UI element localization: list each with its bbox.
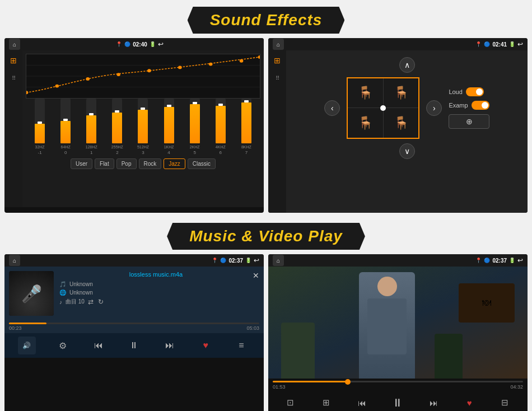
video-prev-button[interactable]: ⏮ — [354, 395, 370, 410]
music-time: 02:37 — [228, 258, 243, 264]
nav-left-button[interactable]: ‹ — [324, 100, 340, 116]
nav-right-button[interactable]: › — [426, 100, 442, 116]
seat-row-top: 🪑 🪑 — [348, 78, 418, 108]
music-title: lossless music.m4a — [59, 271, 253, 278]
eq-status-left: ⌂ — [9, 39, 20, 50]
eq-settings-icon[interactable]: ⊞ — [10, 56, 17, 65]
svg-point-10 — [240, 59, 244, 63]
home-button-2[interactable]: ⌂ — [273, 39, 284, 50]
seat-rear-right: 🪑 — [384, 108, 419, 138]
music-note-icon: ♪ — [59, 299, 62, 305]
preset-rock[interactable]: Rock — [139, 158, 162, 169]
music-video-title: Music & Video Play — [167, 223, 365, 250]
back-icon-4[interactable]: ↩ — [517, 256, 523, 264]
svg-point-3 — [26, 91, 28, 94]
repeat-icon[interactable]: ↻ — [98, 298, 104, 306]
pause-button[interactable]: ⏸ — [125, 337, 143, 354]
sound-pos-dots-icon[interactable]: ⠿ — [276, 75, 279, 81]
music-progress: 00:23 05:03 — [4, 320, 264, 333]
loud-toggle[interactable] — [466, 87, 484, 96]
sound-position-dot — [380, 105, 386, 111]
home-button-3[interactable]: ⌂ — [9, 255, 20, 266]
progress-track[interactable] — [9, 323, 259, 324]
preset-user[interactable]: User — [71, 158, 92, 169]
bg-person-2 — [435, 334, 463, 379]
eq-sidebar: ⊞ ⠿ — [4, 50, 22, 207]
back-icon-2[interactable]: ↩ — [517, 40, 523, 48]
examp-toggle[interactable] — [472, 101, 489, 110]
artist-value: Unknown — [69, 281, 93, 287]
eq-status-center: 📍 🔵 02:40 🔋 ↩ — [116, 40, 164, 48]
video-progress-dot — [345, 379, 351, 385]
crosshair-button[interactable]: ⊕ — [449, 114, 489, 129]
eq-time: 02:40 — [133, 41, 147, 48]
nav-down-button[interactable]: ∨ — [399, 143, 415, 159]
video-menu-button[interactable]: ⊟ — [497, 395, 513, 410]
person-head — [377, 277, 397, 296]
person-body — [367, 298, 407, 354]
artist-row: 🎵 Unknown — [59, 281, 259, 287]
equalizer-button[interactable]: ⚙ — [54, 337, 72, 354]
sound-pos-body: ⊞ ⠿ ∧ ‹ 🪑 — [268, 50, 528, 213]
video-time: 02:37 — [492, 258, 507, 264]
video-pause-button[interactable]: ⏸ — [390, 395, 405, 410]
nav-up-button[interactable]: ∧ — [399, 57, 415, 73]
preset-classic[interactable]: Classic — [188, 158, 216, 169]
next-button[interactable]: ⏭ — [161, 337, 179, 354]
eq-panel: ⌂ 📍 🔵 02:40 🔋 ↩ ⊞ ⠿ — [4, 38, 264, 213]
shuffle-icon[interactable]: ⇄ — [88, 298, 94, 306]
svg-point-6 — [116, 73, 120, 76]
volume-button[interactable]: 🔊 — [18, 337, 36, 354]
video-subtitle-button[interactable]: ⊞ — [319, 395, 334, 410]
preset-pop[interactable]: Pop — [116, 158, 137, 169]
sound-effects-title: Sound Effects — [188, 7, 345, 34]
preset-flat[interactable]: Flat — [95, 158, 114, 169]
eq-body: ⊞ ⠿ — [4, 50, 264, 207]
eq-bar-512hz: 512HZ 3 — [135, 99, 151, 155]
svg-point-11 — [258, 55, 260, 59]
sound-pos-status-bar: ⌂ 📍 🔵 02:41 🔋 ↩ — [268, 38, 528, 50]
music-meta: 🎵 Unknown 🌐 Unknown ♪ 曲目 10 ⇄ — [59, 281, 259, 306]
back-icon-3[interactable]: ↩ — [254, 256, 259, 264]
total-time: 05:03 — [246, 325, 259, 331]
eq-bar-1khz: 1KHZ 4 — [161, 99, 177, 155]
video-progress-fill — [273, 381, 348, 382]
home-button-4[interactable]: ⌂ — [273, 255, 284, 266]
eq-dots-icon[interactable]: ⠿ — [12, 75, 16, 81]
home-button[interactable]: ⌂ — [9, 39, 20, 50]
car-seat-grid: 🪑 🪑 🪑 🪑 — [347, 77, 419, 139]
video-favorite-button[interactable]: ♥ — [461, 395, 477, 410]
prev-button[interactable]: ⏮ — [90, 337, 108, 354]
bluetooth-icon: 🔵 — [124, 41, 130, 47]
video-screenshot-button[interactable]: ⊡ — [283, 395, 298, 410]
favorite-button[interactable]: ♥ — [197, 337, 214, 354]
preset-jazz[interactable]: Jazz — [164, 158, 185, 169]
video-progress-track[interactable] — [273, 381, 523, 382]
eq-bar-32hz: 32HZ -1 — [32, 99, 48, 155]
sound-pos-settings-icon[interactable]: ⊞ — [274, 56, 281, 65]
music-controls: 🔊 ⚙ ⏮ ⏸ ⏭ ♥ ≡ — [4, 333, 264, 358]
current-time: 00:23 — [9, 325, 22, 331]
video-next-button[interactable]: ⏭ — [426, 395, 441, 410]
music-panel: ⌂ 📍 🔵 02:37 🔋 ↩ 🎤 loss — [4, 254, 264, 411]
sound-toggles: Loud Examp ⊕ — [449, 87, 489, 129]
seat-front-left: 🪑 — [348, 78, 384, 108]
examp-toggle-row: Examp — [449, 101, 489, 110]
bluetooth-icon-2: 🔵 — [484, 41, 490, 47]
playlist-button[interactable]: ≡ — [232, 337, 250, 354]
svg-point-7 — [147, 69, 151, 72]
person-figure — [359, 272, 415, 379]
eq-bar-64hz: 64HZ 0 — [58, 99, 73, 155]
sound-effects-banner: Sound Effects — [0, 0, 532, 38]
music-content-row: 🎤 lossless music.m4a ✕ 🎵 Unknown — [4, 267, 264, 320]
music-close-button[interactable]: ✕ — [253, 271, 259, 280]
music-info: lossless music.m4a ✕ 🎵 Unknown 🌐 Unknown — [59, 271, 259, 306]
back-icon[interactable]: ↩ — [158, 40, 164, 48]
video-content[interactable]: Taylor Swift - Blank Space.mp4 ✕ 🍽 — [268, 267, 528, 379]
loud-toggle-row: Loud — [449, 87, 489, 96]
location-icon: 📍 — [116, 41, 122, 47]
track-row: ♪ 曲目 10 ⇄ ↻ — [59, 298, 259, 306]
seat-row-bottom: 🪑 🪑 — [348, 108, 418, 138]
video-status-bar: ⌂ 📍 🔵 02:37 🔋 ↩ — [268, 254, 528, 267]
progress-fill — [9, 323, 46, 324]
